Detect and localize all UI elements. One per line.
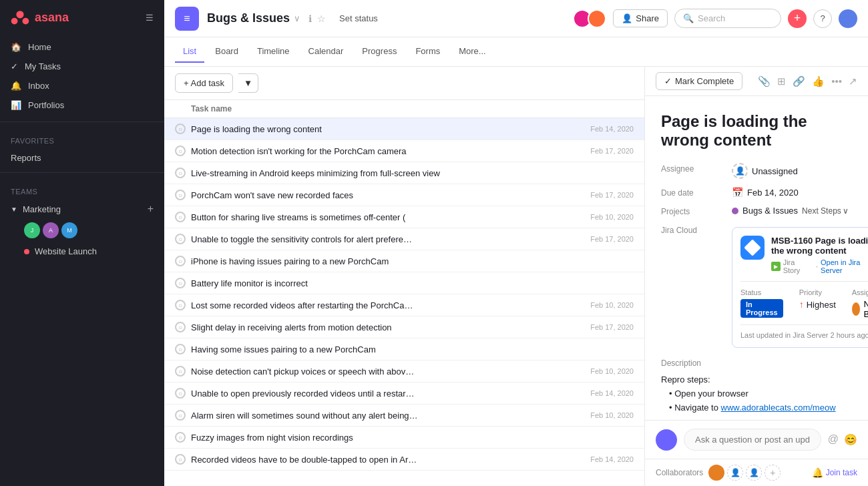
create-button[interactable]: + [788, 9, 807, 28]
table-row[interactable]: ○ Noise detection can't pickup voices or… [164, 360, 644, 383]
jira-assignee-value: Nelson Bighetti [852, 299, 868, 319]
comment-input[interactable] [684, 429, 821, 451]
tab-more[interactable]: More... [451, 41, 493, 63]
task-check-icon[interactable]: ○ [175, 124, 186, 134]
table-row[interactable]: ○ Page is loading the wrong content Feb … [164, 118, 644, 140]
set-status-button[interactable]: Set status [339, 13, 378, 23]
task-check-icon[interactable]: ○ [175, 146, 186, 156]
sidebar-item-home[interactable]: 🏠 Home [0, 37, 164, 57]
tab-timeline[interactable]: Timeline [249, 41, 298, 63]
link-icon[interactable]: 🔗 [793, 75, 805, 87]
task-check-icon[interactable]: ○ [175, 234, 186, 244]
svg-point-0 [16, 11, 23, 18]
due-date-value[interactable]: 📅 Feb 14, 2020 [732, 187, 799, 198]
collaborator-avatars [573, 9, 606, 28]
info-icon[interactable]: ℹ [308, 13, 312, 24]
table-row[interactable]: ○ Fuzzy images from night vision recordi… [164, 427, 644, 449]
at-mention-icon[interactable]: @ [828, 433, 839, 446]
task-check-icon[interactable]: ○ [175, 388, 186, 399]
task-list-header: Task name [164, 100, 644, 118]
sidebar-item-portfolios[interactable]: 📊 Portfolios [0, 95, 164, 115]
task-list-panel: + Add task ▼ Task name ○ Page is loading… [164, 67, 645, 486]
table-row[interactable]: ○ Unable to toggle the sensitivity contr… [164, 228, 644, 250]
table-row[interactable]: ○ Alarm siren will sometimes sound witho… [164, 405, 644, 427]
tab-progress[interactable]: Progress [354, 41, 405, 63]
tab-board[interactable]: Board [207, 41, 246, 63]
tab-forms[interactable]: Forms [407, 41, 448, 63]
hamburger-menu[interactable]: ☰ [146, 13, 154, 23]
join-task-button[interactable]: 🔔 Join task [812, 467, 857, 478]
add-task-button[interactable]: + Add task [175, 73, 233, 93]
task-check-icon[interactable]: ○ [175, 410, 186, 421]
table-row[interactable]: ○ Battery life monitor is incorrect [164, 272, 644, 294]
task-check-icon[interactable]: ○ [175, 278, 186, 288]
table-row[interactable]: ○ Button for sharing live streams is som… [164, 206, 644, 228]
add-task-dropdown[interactable]: ▼ [238, 73, 258, 93]
star-icon[interactable]: ☆ [317, 13, 326, 24]
task-check-icon[interactable]: ○ [175, 344, 186, 354]
subtask-icon[interactable]: ⊞ [777, 75, 786, 87]
jira-status-col: Status In Progress [740, 288, 783, 318]
collab-avatar-2 [588, 9, 606, 28]
add-collaborator-person-icon-2[interactable]: 👤 [746, 465, 762, 481]
task-name: iPhone is having issues pairing to a new… [191, 256, 628, 266]
mark-complete-button[interactable]: ✓ Mark Complete [656, 72, 742, 90]
task-check-icon[interactable]: ○ [175, 190, 186, 200]
next-steps-button[interactable]: Next Steps ∨ [802, 206, 849, 216]
add-collaborator-person-icon[interactable]: 👤 [727, 465, 743, 481]
task-check-icon[interactable]: ○ [175, 454, 186, 465]
team-marketing[interactable]: ▼ Marketing + [0, 198, 164, 220]
add-collaborator-button[interactable]: + [765, 465, 781, 481]
sidebar-item-my-tasks[interactable]: ✓ My Tasks [0, 57, 164, 76]
table-row[interactable]: ○ Motion detection isn't working for the… [164, 140, 644, 162]
jira-cloud-field: Jira Cloud MSB-1160 Page is loading the … [661, 224, 852, 348]
search-box[interactable]: 🔍 Search [674, 9, 781, 28]
table-row[interactable]: ○ Having some issues pairing to a new Po… [164, 338, 644, 360]
tab-list[interactable]: List [175, 41, 204, 63]
task-date: Feb 10, 2020 [590, 213, 634, 221]
sidebar-item-website-launch[interactable]: Website Launch [0, 242, 164, 260]
table-row[interactable]: ○ Unable to open previously recorded vid… [164, 383, 644, 405]
task-date: Feb 17, 2020 [590, 147, 634, 155]
title-icons: ℹ ☆ [308, 13, 326, 24]
table-row[interactable]: ○ Recorded videos have to be double-tapp… [164, 449, 644, 471]
sidebar-header: asana ☰ [0, 0, 164, 35]
task-check-icon[interactable]: ○ [175, 366, 186, 377]
table-row[interactable]: ○ PorchCam won't save new recorded faces… [164, 184, 644, 206]
collaborators-list: 👤 👤 + [708, 465, 781, 481]
task-rows: ○ Page is loading the wrong content Feb … [164, 118, 644, 486]
thumbs-up-icon[interactable]: 👍 [812, 75, 825, 87]
task-check-icon[interactable]: ○ [175, 300, 186, 310]
task-name: Recorded videos have to be double-tapped… [191, 455, 585, 465]
tab-calendar[interactable]: Calendar [300, 41, 352, 63]
table-row[interactable]: ○ iPhone is having issues pairing to a n… [164, 250, 644, 272]
chevron-down-icon[interactable]: ∨ [294, 13, 300, 23]
topbar: ≡ Bugs & Issues ∨ ℹ ☆ Set status 👤 Share… [164, 0, 868, 37]
task-check-icon[interactable]: ○ [175, 322, 186, 332]
more-options-icon[interactable]: ••• [831, 75, 842, 87]
task-name: Battery life monitor is incorrect [191, 278, 628, 288]
task-check-icon[interactable]: ○ [175, 168, 186, 178]
task-check-icon[interactable]: ○ [175, 432, 186, 443]
tabs-bar: List Board Timeline Calendar Progress Fo… [164, 37, 868, 67]
share-button[interactable]: 👤 Share [613, 9, 668, 27]
jira-issue-title[interactable]: MSB-1160 Page is loading the wrong conte… [771, 236, 868, 256]
table-row[interactable]: ○ Slight delay in receiving alerts from … [164, 316, 644, 338]
table-row[interactable]: ○ Live-streaming in Android keeps minimi… [164, 162, 644, 184]
attachment-icon[interactable]: 📎 [758, 75, 771, 87]
description-link[interactable]: www.adorablecats.com/meow [721, 403, 836, 413]
task-check-icon[interactable]: ○ [175, 212, 186, 222]
expand-icon[interactable]: ↗ [849, 75, 857, 87]
task-check-icon[interactable]: ○ [175, 256, 186, 266]
collaborators-left: Collaborators 👤 👤 + [656, 465, 781, 481]
help-button[interactable]: ? [813, 9, 832, 28]
sidebar-item-inbox[interactable]: 🔔 Inbox [0, 76, 164, 95]
team-members-list: J A M [0, 220, 164, 242]
user-avatar[interactable] [839, 9, 857, 28]
table-row[interactable]: ○ Lost some recorded videos after restar… [164, 294, 644, 316]
add-team-icon[interactable]: + [148, 203, 154, 215]
list-item: Navigate to www.adorablecats.com/meow [669, 401, 852, 415]
reports-section-label[interactable]: Reports [0, 148, 164, 168]
emoji-icon[interactable]: 😊 [844, 433, 857, 446]
asana-logo[interactable]: asana [11, 8, 69, 27]
